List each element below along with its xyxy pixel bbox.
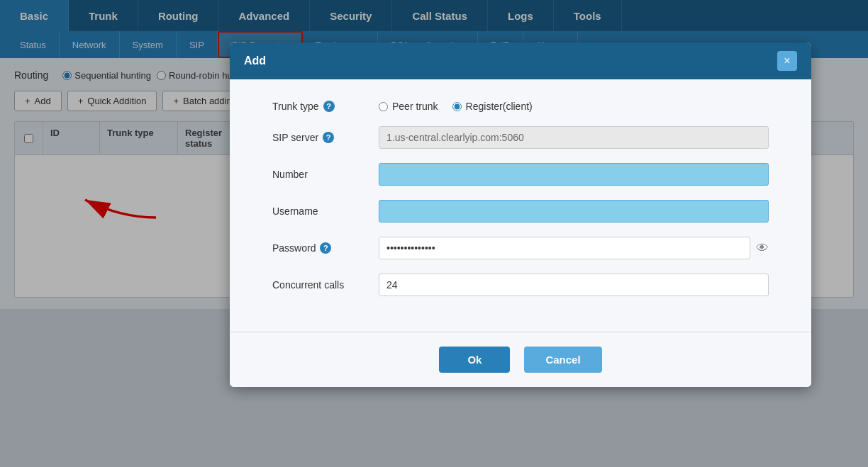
modal-overlay: Add × Trunk type ? Peer trunk Regi bbox=[0, 0, 868, 467]
modal-title: Add bbox=[244, 55, 266, 67]
concurrent-calls-label: Concurrent calls bbox=[272, 279, 379, 291]
password-label: Password ? bbox=[272, 242, 379, 254]
username-label: Username bbox=[272, 206, 379, 217]
trunk-type-help-icon[interactable]: ? bbox=[323, 101, 335, 112]
username-row: Username bbox=[272, 200, 769, 223]
register-client-option[interactable]: Register(client) bbox=[452, 101, 533, 112]
modal-body: Trunk type ? Peer trunk Register(client) bbox=[230, 79, 811, 332]
modal-footer: Ok Cancel bbox=[230, 332, 811, 387]
password-field: 👁 bbox=[379, 237, 769, 259]
register-client-label: Register(client) bbox=[466, 101, 533, 112]
trunk-type-label: Trunk type ? bbox=[272, 101, 379, 112]
peer-trunk-option[interactable]: Peer trunk bbox=[379, 101, 438, 112]
sip-server-field bbox=[379, 126, 769, 149]
sip-server-input[interactable] bbox=[379, 126, 769, 149]
concurrent-calls-field bbox=[379, 274, 769, 296]
sip-server-row: SIP server ? bbox=[272, 126, 769, 149]
sip-server-help-icon[interactable]: ? bbox=[323, 132, 334, 143]
concurrent-calls-input[interactable] bbox=[379, 274, 769, 296]
register-client-radio[interactable] bbox=[452, 102, 462, 111]
number-row: Number bbox=[272, 163, 769, 186]
password-input[interactable] bbox=[379, 237, 750, 259]
cancel-button[interactable]: Cancel bbox=[524, 347, 601, 373]
number-label: Number bbox=[272, 169, 379, 180]
ok-button[interactable]: Ok bbox=[439, 347, 510, 373]
password-toggle-icon[interactable]: 👁 bbox=[756, 241, 769, 256]
add-dialog: Add × Trunk type ? Peer trunk Regi bbox=[230, 43, 811, 387]
trunk-type-row: Trunk type ? Peer trunk Register(client) bbox=[272, 101, 769, 112]
sip-server-label: SIP server ? bbox=[272, 132, 379, 143]
peer-trunk-label: Peer trunk bbox=[392, 101, 438, 112]
number-input[interactable] bbox=[379, 163, 769, 186]
password-help-icon[interactable]: ? bbox=[320, 242, 331, 254]
trunk-type-field: Peer trunk Register(client) bbox=[379, 101, 769, 112]
modal-close-button[interactable]: × bbox=[777, 51, 797, 71]
password-row: Password ? 👁 bbox=[272, 237, 769, 259]
username-field bbox=[379, 200, 769, 223]
concurrent-calls-row: Concurrent calls bbox=[272, 274, 769, 296]
username-input[interactable] bbox=[379, 200, 769, 223]
modal-header: Add × bbox=[230, 43, 811, 79]
number-field bbox=[379, 163, 769, 186]
peer-trunk-radio[interactable] bbox=[379, 102, 388, 111]
